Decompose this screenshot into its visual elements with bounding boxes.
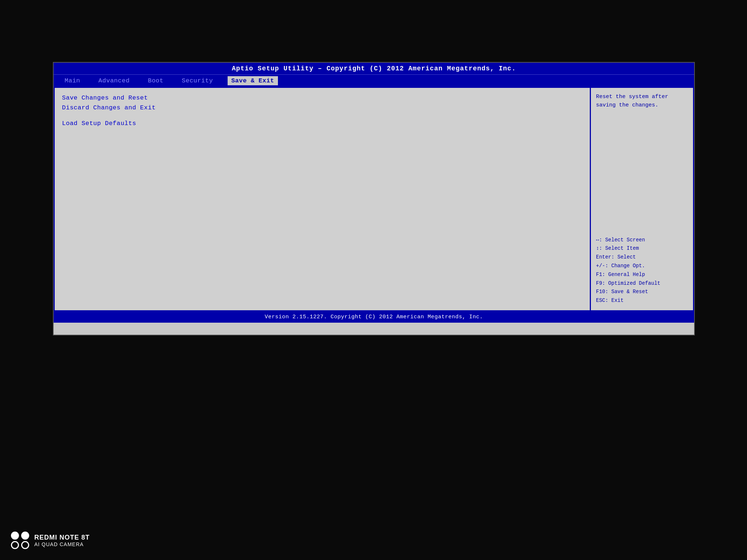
- circle-2: [21, 532, 29, 540]
- phone-info: REDMI NOTE 8T AI QUAD CAMERA: [34, 534, 90, 547]
- key-f9-optimized: F9: Optimized Default: [596, 279, 688, 288]
- footer-bar: Version 2.15.1227. Copyright (C) 2012 Am…: [54, 311, 694, 323]
- ring-1: [11, 541, 19, 549]
- phone-watermark: REDMI NOTE 8T AI QUAD CAMERA: [11, 532, 90, 549]
- key-f10-save-reset: F10: Save & Reset: [596, 288, 688, 296]
- menu-bar[interactable]: Main Advanced Boot Security Save & Exit: [54, 74, 694, 87]
- key-esc-exit: ESC: Exit: [596, 296, 688, 305]
- left-panel: Save Changes and Reset Discard Changes a…: [55, 88, 591, 310]
- ring-2: [21, 541, 29, 549]
- bios-title: Aptio Setup Utility – Copyright (C) 2012…: [232, 65, 516, 72]
- right-panel: Reset the system after saving the change…: [591, 88, 693, 310]
- camera-circles: [11, 532, 29, 540]
- option-save-changes-reset[interactable]: Save Changes and Reset: [62, 94, 582, 101]
- menu-main[interactable]: Main: [61, 76, 84, 85]
- menu-boot[interactable]: Boot: [144, 76, 167, 85]
- title-bar: Aptio Setup Utility – Copyright (C) 2012…: [54, 63, 694, 74]
- option-discard-changes-exit[interactable]: Discard Changes and Exit: [62, 104, 582, 111]
- bios-screen: Aptio Setup Utility – Copyright (C) 2012…: [53, 62, 695, 335]
- content-area: Save Changes and Reset Discard Changes a…: [54, 87, 694, 311]
- camera-icon: [11, 532, 29, 549]
- key-enter-select: Enter: Select: [596, 253, 688, 262]
- menu-save-exit[interactable]: Save & Exit: [228, 76, 278, 85]
- key-select-item: ↕: Select Item: [596, 244, 688, 253]
- menu-advanced[interactable]: Advanced: [95, 76, 133, 85]
- menu-spacer: [62, 114, 582, 120]
- menu-security[interactable]: Security: [178, 76, 217, 85]
- key-change-opt: +/-: Change Opt.: [596, 262, 688, 271]
- key-select-screen: ↔: Select Screen: [596, 236, 688, 245]
- option-load-setup-defaults[interactable]: Load Setup Defaults: [62, 120, 582, 127]
- phone-camera: AI QUAD CAMERA: [34, 541, 90, 547]
- camera-rings: [11, 541, 29, 549]
- circle-1: [11, 532, 19, 540]
- phone-model: REDMI NOTE 8T: [34, 534, 90, 541]
- key-f1-help: F1: General Help: [596, 271, 688, 279]
- key-help-section: ↔: Select Screen ↕: Select Item Enter: S…: [596, 236, 688, 305]
- help-description: Reset the system after saving the change…: [596, 93, 688, 109]
- bios-footer: Version 2.15.1227. Copyright (C) 2012 Am…: [265, 314, 483, 320]
